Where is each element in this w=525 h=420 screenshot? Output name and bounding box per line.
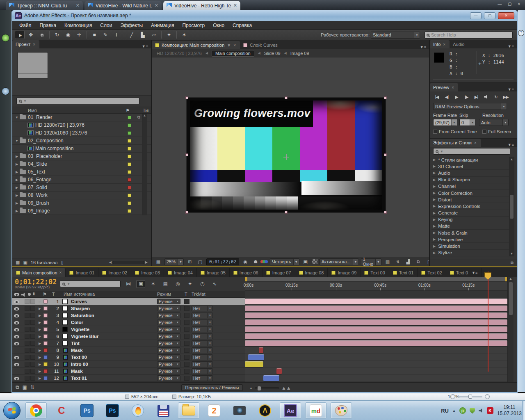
breadcrumb-slide[interactable]: Slide 09: [264, 51, 281, 56]
t-switch-cell[interactable]: [184, 299, 189, 304]
selection-tool[interactable]: ▲: [15, 31, 25, 39]
expander-icon[interactable]: ▶: [433, 158, 436, 162]
resolution-field[interactable]: Auto▼: [479, 119, 509, 126]
trkmat-dropdown[interactable]: Нет▼: [192, 333, 213, 339]
label-chip[interactable]: [128, 209, 131, 213]
auto-keyframe-icon[interactable]: ◷: [198, 280, 207, 288]
zoom-slider[interactable]: [450, 394, 490, 399]
layer-row[interactable]: ▶12Text 01Ручное▼Нет▼: [12, 375, 245, 382]
label-chip[interactable]: [128, 170, 131, 174]
breadcrumb-resolution[interactable]: HD 1280x720 | 23,976: [157, 51, 202, 56]
tab-audio[interactable]: Audio: [450, 40, 468, 48]
language-indicator[interactable]: RU: [441, 408, 449, 414]
blend-mode-dropdown[interactable]: Ручное▼: [157, 313, 180, 318]
menu-item[interactable]: Композиция: [61, 22, 96, 29]
region-of-interest-icon[interactable]: ▢: [196, 258, 204, 265]
audio-toggle-button[interactable]: [482, 93, 491, 100]
expander-icon[interactable]: ▶: [433, 185, 436, 188]
layer-duration-bar[interactable]: [245, 340, 507, 346]
expander-icon[interactable]: ▶: [15, 155, 19, 158]
taskbar-mediaget[interactable]: md: [305, 402, 326, 419]
trash-icon[interactable]: ▯: [61, 260, 63, 265]
minimize-button[interactable]: —: [470, 12, 482, 19]
label-chip[interactable]: [128, 147, 131, 151]
label-chip[interactable]: [128, 155, 131, 158]
play-button[interactable]: ▶: [452, 93, 461, 100]
tab-info[interactable]: Info×: [430, 40, 450, 48]
column-name[interactable]: Имя: [28, 108, 37, 113]
timeline-tab[interactable]: Image 09: [328, 268, 361, 277]
expander-icon[interactable]: ▶: [433, 244, 436, 248]
playhead-line[interactable]: [488, 272, 488, 372]
expander-icon[interactable]: ▶: [15, 170, 19, 174]
effects-category-row[interactable]: ▶Generate: [431, 210, 509, 217]
panel-menu-icon[interactable]: ▼≡: [505, 44, 517, 48]
full-screen-checkbox[interactable]: Full Screen: [482, 129, 511, 134]
tab-close-icon[interactable]: ×: [59, 270, 62, 275]
layer-row[interactable]: ▶6Vignete BlurРучное▼Нет▼: [12, 333, 245, 340]
zoom-in-mountain-icon[interactable]: ▲▲: [281, 385, 291, 391]
layer-name[interactable]: Tint: [71, 341, 80, 346]
timeline-tab[interactable]: Text 01: [389, 268, 418, 277]
timeline-search-field[interactable]: ▼: [60, 281, 121, 287]
effects-category-row[interactable]: ▶Blur & Sharpen: [431, 177, 509, 183]
pixel-aspect-icon[interactable]: ▯: [425, 258, 429, 265]
selection-handle[interactable]: [285, 96, 288, 99]
timeline-tab[interactable]: Text 00: [361, 268, 389, 277]
project-item-row[interactable]: ▶05_Text: [12, 168, 151, 176]
audio-switch-cell[interactable]: [25, 320, 30, 325]
layer-label-chip[interactable]: [43, 355, 48, 359]
histogram-icon[interactable]: ▟: [404, 258, 412, 265]
solo-switch-cell[interactable]: [30, 376, 35, 381]
layer-name[interactable]: Intro 00: [71, 362, 88, 367]
audio-switch-cell[interactable]: [25, 348, 30, 353]
effects-category-row[interactable]: ▶Keying: [431, 217, 509, 223]
layer-name[interactable]: Mask: [71, 369, 83, 374]
audio-switch-cell[interactable]: [25, 362, 30, 367]
time-ruler[interactable]: 0:00s00:15s00:30s00:45s01:00s01:15s: [245, 282, 507, 291]
layer-label-chip[interactable]: [43, 376, 48, 380]
layer-row[interactable]: ▶2SharpenРучное▼Нет▼: [12, 305, 245, 312]
hand-tool[interactable]: ✥: [26, 31, 36, 39]
zoom-tool[interactable]: [37, 31, 47, 39]
effects-category-row[interactable]: ▶Expression Controls: [431, 203, 509, 210]
timeline-tab[interactable]: Image 01: [66, 268, 98, 277]
timeline-zoom-control[interactable]: ▲ ▲▲: [249, 385, 291, 391]
expander-icon[interactable]: ▶: [433, 198, 436, 201]
label-chip[interactable]: [128, 178, 131, 182]
titlebar[interactable]: Ae Adobe After Effects - Проект без назв…: [12, 10, 517, 21]
layer-label-chip[interactable]: [43, 306, 48, 310]
layer-expander-icon[interactable]: ▶: [39, 314, 41, 317]
interpret-footage-icon[interactable]: ▦: [16, 260, 20, 265]
help-search-field[interactable]: [425, 32, 513, 39]
breadcrumb-image[interactable]: Image 09: [290, 51, 309, 56]
expander-icon[interactable]: ▶: [433, 178, 436, 182]
effects-category-row[interactable]: ▶Matte: [431, 223, 509, 230]
project-scrollbar[interactable]: ▲: [142, 114, 147, 215]
browser-window-controls[interactable]: — ▢ ×: [498, 2, 523, 6]
layer-name[interactable]: Color: [71, 320, 83, 325]
expander-icon[interactable]: ▶: [433, 237, 436, 241]
layer-expander-icon[interactable]: ▶: [39, 363, 41, 366]
show-snapshot-icon[interactable]: ☗: [251, 258, 260, 265]
effects-category-row[interactable]: ▶3D Channel: [431, 163, 509, 170]
col-t[interactable]: T: [185, 292, 187, 297]
mini-flowchart-icon[interactable]: ⋈: [124, 280, 133, 288]
layer-duration-bar[interactable]: [263, 375, 279, 381]
layer-row[interactable]: ▶10Intro 00Ручное▼Нет▼: [12, 361, 245, 368]
label-chip[interactable]: [128, 186, 131, 189]
label-chip[interactable]: [128, 201, 131, 205]
taskbar-explorer[interactable]: [178, 402, 199, 419]
project-bit-depth[interactable]: 16 бит/канал: [31, 260, 58, 265]
layer-name[interactable]: Sharpen: [71, 306, 90, 311]
label-chip[interactable]: [128, 139, 131, 143]
view-options-icon[interactable]: ▥: [383, 258, 392, 265]
expander-icon[interactable]: ▼: [15, 116, 19, 119]
taskbar-save-tool[interactable]: [153, 402, 174, 419]
eye-icon[interactable]: [14, 335, 19, 338]
t-switch-cell[interactable]: [184, 334, 189, 339]
t-switch-cell[interactable]: [184, 313, 189, 318]
audio-switch-cell[interactable]: [25, 299, 30, 304]
exposure-icon[interactable]: ↯: [394, 258, 402, 265]
effects-category-row[interactable]: ▶Distort: [431, 196, 509, 203]
